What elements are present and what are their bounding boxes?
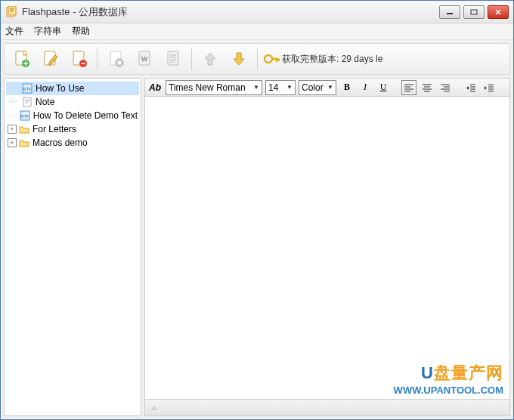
minimize-button[interactable] xyxy=(439,5,460,19)
new-doc-button[interactable] xyxy=(8,45,35,73)
statusbar xyxy=(145,399,509,415)
key-icon xyxy=(262,51,282,66)
window-title: Flashpaste - 公用数据库 xyxy=(22,5,439,19)
indent-button[interactable] xyxy=(481,80,497,95)
titlebar: Flashpaste - 公用数据库 xyxy=(1,1,513,23)
maximize-button[interactable] xyxy=(463,5,485,19)
sidebar-tree[interactable]: ⋯RTFHow To Use⋯Note⋯RTFHow To Delete Dem… xyxy=(4,78,141,416)
outdent-button[interactable] xyxy=(463,80,478,95)
rtf-icon: RTF xyxy=(20,110,30,122)
tree-item-how-to-delete-demo-text[interactable]: ⋯RTFHow To Delete Demo Text xyxy=(6,109,139,122)
trial-days: 29 days le xyxy=(342,54,383,64)
menu-file[interactable]: 文件 xyxy=(5,25,23,38)
font-color-select[interactable]: Color▼ xyxy=(299,80,336,95)
tree-item-label: How To Delete Demo Text xyxy=(33,110,138,121)
settings-button[interactable] xyxy=(102,45,129,73)
trial-text: 获取完整版本: xyxy=(282,53,339,66)
tree-item-how-to-use[interactable]: ⋯RTFHow To Use xyxy=(6,82,139,95)
edit-doc-button[interactable] xyxy=(36,45,63,73)
close-button[interactable] xyxy=(488,5,509,19)
up-arrow-button[interactable] xyxy=(197,45,224,73)
tree-item-for-letters[interactable]: +For Letters xyxy=(6,122,139,136)
folder-icon xyxy=(18,137,30,149)
svg-rect-3 xyxy=(471,10,477,14)
folder-icon xyxy=(18,123,30,135)
svg-text:RTF: RTF xyxy=(21,114,30,119)
font-size-select[interactable]: 14▼ xyxy=(265,80,296,95)
expand-icon[interactable]: + xyxy=(8,138,17,147)
svg-point-15 xyxy=(265,55,272,63)
app-window: Flashpaste - 公用数据库 文件 字符串 帮助 W 获取完整版本: 2… xyxy=(0,0,514,420)
svg-text:W: W xyxy=(141,55,148,63)
list-button[interactable] xyxy=(159,45,187,73)
content-panel: Ab Times New Roman▼ 14▼ Color▼ B I U xyxy=(144,78,510,416)
expand-icon[interactable]: + xyxy=(8,125,17,134)
app-icon xyxy=(5,6,17,18)
trial-notice: 获取完整版本: 29 days le xyxy=(262,51,382,66)
svg-rect-14 xyxy=(168,51,178,65)
format-toolbar: Ab Times New Roman▼ 14▼ Color▼ B I U xyxy=(145,79,509,97)
tree-item-note[interactable]: ⋯Note xyxy=(6,95,139,109)
tree-connector-icon: ⋯ xyxy=(8,112,20,119)
tree-connector-icon: ⋯ xyxy=(8,98,21,106)
svg-point-11 xyxy=(118,61,121,64)
svg-text:RTF: RTF xyxy=(23,87,32,91)
tree-connector-icon: ⋯ xyxy=(8,85,21,92)
align-right-button[interactable] xyxy=(438,80,453,95)
svg-rect-1 xyxy=(8,6,16,15)
font-style-button[interactable]: Ab xyxy=(147,80,163,95)
svg-rect-18 xyxy=(23,97,31,107)
rtf-icon: RTF xyxy=(21,82,33,94)
tree-item-label: How To Use xyxy=(36,83,84,94)
tree-item-label: Note xyxy=(36,97,54,107)
align-center-button[interactable] xyxy=(420,80,435,95)
menu-strings[interactable]: 字符串 xyxy=(34,25,61,38)
word-export-button[interactable]: W xyxy=(131,45,158,73)
editor-area[interactable] xyxy=(145,97,509,399)
italic-button[interactable]: I xyxy=(358,80,373,95)
down-arrow-button[interactable] xyxy=(225,45,252,73)
menubar: 文件 字符串 帮助 xyxy=(1,23,513,40)
menu-help[interactable]: 帮助 xyxy=(72,25,90,38)
bold-button[interactable]: B xyxy=(339,80,355,95)
txt-icon xyxy=(21,96,33,108)
tree-item-label: For Letters xyxy=(33,124,76,134)
delete-doc-button[interactable] xyxy=(65,45,92,73)
status-grip-icon xyxy=(145,404,163,412)
font-family-select[interactable]: Times New Roman▼ xyxy=(166,80,262,95)
tree-item-macros-demo[interactable]: +Macros demo xyxy=(6,136,139,150)
tree-item-label: Macros demo xyxy=(33,137,88,148)
underline-button[interactable]: U xyxy=(376,80,391,95)
main-toolbar: W 获取完整版本: 29 days le xyxy=(4,43,510,75)
align-left-button[interactable] xyxy=(401,80,416,95)
